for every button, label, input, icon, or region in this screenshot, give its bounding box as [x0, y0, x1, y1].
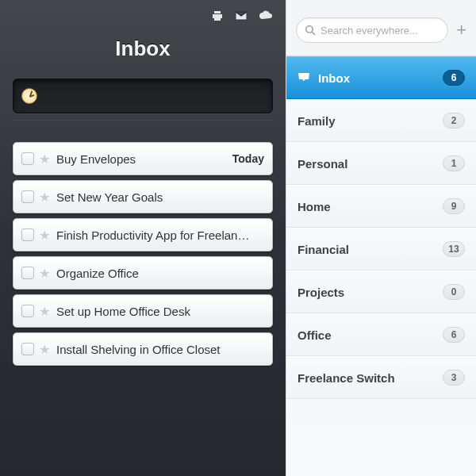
search-input[interactable]: Search everywhere...	[296, 17, 448, 43]
task-checkbox[interactable]	[21, 152, 34, 165]
list-label: Family	[298, 114, 443, 128]
task-row[interactable]: ★Organize Office	[13, 256, 273, 290]
task-row[interactable]: ★Buy EnvelopesToday	[13, 142, 273, 175]
page-title: Inbox	[13, 36, 273, 61]
star-icon[interactable]: ★	[39, 304, 50, 319]
task-checkbox[interactable]	[21, 343, 34, 355]
star-icon[interactable]: ★	[39, 152, 50, 167]
task-checkbox[interactable]	[21, 228, 34, 241]
task-checkbox[interactable]	[21, 190, 34, 203]
list-count: 3	[443, 370, 465, 386]
star-icon[interactable]: ★	[39, 190, 50, 205]
list-count: 13	[443, 241, 465, 257]
toolbar	[13, 10, 273, 25]
list-count: 9	[443, 198, 465, 214]
task-checkbox[interactable]	[21, 267, 34, 279]
list-count: 2	[443, 113, 465, 129]
list-label: Office	[298, 328, 443, 342]
list-row-financial[interactable]: Financial13	[286, 228, 476, 271]
list-label: Projects	[298, 286, 443, 299]
svg-point-0	[306, 26, 313, 33]
list-row-home[interactable]: Home9	[286, 185, 476, 228]
search-placeholder: Search everywhere...	[321, 25, 418, 36]
task-panel: Inbox ★Buy EnvelopesToday★Set New Year G…	[0, 0, 286, 476]
list-count: 0	[443, 284, 465, 300]
task-label: Buy Envelopes	[56, 152, 232, 166]
list-label: Financial	[298, 243, 443, 256]
task-label: Set up Home Office Desk	[56, 305, 264, 318]
list-label: Freelance Switch	[298, 371, 443, 385]
list-container: Inbox6Family2Personal1Home9Financial13Pr…	[286, 56, 476, 399]
list-label: Personal	[298, 157, 443, 171]
list-row-personal[interactable]: Personal1	[286, 142, 476, 185]
task-label: Finish Productivity App for Freelan…	[56, 228, 264, 242]
task-row[interactable]: ★Finish Productivity App for Freelan…	[13, 218, 273, 251]
star-icon[interactable]: ★	[39, 266, 50, 281]
list-row-inbox[interactable]: Inbox6	[286, 56, 476, 99]
print-icon[interactable]	[211, 10, 224, 25]
list-count: 6	[443, 327, 465, 343]
task-label: Install Shelving in Office Closet	[56, 343, 264, 356]
list-row-office[interactable]: Office6	[286, 313, 476, 356]
star-icon[interactable]: ★	[39, 228, 50, 243]
list-count: 6	[443, 70, 465, 86]
clock-icon	[21, 88, 37, 104]
star-icon[interactable]: ★	[39, 342, 50, 357]
quick-add-input[interactable]	[13, 79, 273, 113]
task-row[interactable]: ★Set up Home Office Desk	[13, 294, 273, 328]
searchbar: Search everywhere... +	[286, 0, 476, 56]
mail-icon[interactable]	[235, 10, 248, 25]
task-due: Today	[232, 152, 264, 165]
cloud-icon[interactable]	[259, 10, 273, 25]
inbox-icon	[298, 72, 310, 83]
task-list: ★Buy EnvelopesToday★Set New Year Goals★F…	[13, 142, 273, 366]
add-list-button[interactable]: +	[456, 20, 466, 40]
search-icon	[305, 25, 316, 36]
list-row-projects[interactable]: Projects0	[286, 271, 476, 313]
list-label: Home	[298, 200, 443, 213]
sidebar: Search everywhere... + Inbox6Family2Pers…	[286, 0, 476, 476]
task-label: Organize Office	[56, 267, 264, 280]
task-label: Set New Year Goals	[56, 190, 264, 204]
list-label: Inbox	[318, 71, 443, 85]
task-checkbox[interactable]	[21, 305, 34, 317]
task-row[interactable]: ★Install Shelving in Office Closet	[13, 332, 273, 366]
task-row[interactable]: ★Set New Year Goals	[13, 180, 273, 213]
svg-line-1	[312, 32, 315, 35]
list-row-freelance-switch[interactable]: Freelance Switch3	[286, 356, 476, 399]
list-row-family[interactable]: Family2	[286, 99, 476, 142]
input-shelf	[10, 120, 276, 128]
list-count: 1	[443, 155, 465, 171]
